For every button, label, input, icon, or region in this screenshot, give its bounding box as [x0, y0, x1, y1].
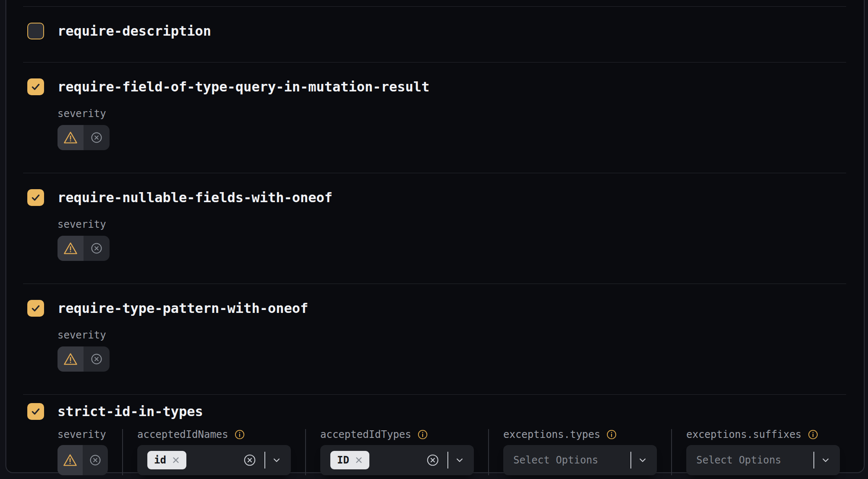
- option-group: acceptedIdTypesID: [305, 429, 488, 475]
- multiselect-input[interactable]: ID: [320, 445, 474, 475]
- clear-button[interactable]: [243, 453, 256, 467]
- rule-options: severity: [58, 108, 846, 150]
- warning-triangle-icon: [63, 130, 78, 145]
- multiselect-input[interactable]: id: [137, 445, 291, 475]
- separator: [447, 452, 448, 469]
- placeholder-text: Select Options: [696, 454, 781, 466]
- option-label-row: exceptions.suffixes: [686, 429, 840, 440]
- option-label-row: exceptions.types: [503, 429, 657, 440]
- rule-item: strict-id-in-typesseverityacceptedIdName…: [23, 394, 846, 479]
- check-icon: [30, 192, 41, 203]
- option-control: Select Options: [686, 445, 840, 475]
- info-button[interactable]: [808, 429, 818, 440]
- severity-toggle: [58, 125, 110, 150]
- selected-tag: ID: [330, 451, 369, 469]
- option-label-row: severity: [58, 219, 832, 230]
- severity-warning-button[interactable]: [58, 236, 84, 261]
- separator: [264, 452, 265, 469]
- info-icon: [606, 429, 617, 440]
- option-label-row: severity: [58, 330, 832, 341]
- x-icon: [354, 456, 363, 465]
- severity-toggle: [58, 445, 108, 475]
- rule-title-row: require-nullable-fields-with-oneof: [27, 189, 846, 206]
- multiselect-input[interactable]: Select Options: [686, 445, 840, 475]
- clear-button[interactable]: [426, 453, 439, 467]
- dropdown-button[interactable]: [821, 455, 831, 465]
- option-label: exceptions.types: [503, 429, 600, 440]
- severity-warning-button[interactable]: [58, 445, 83, 475]
- option-group: severity: [58, 219, 846, 261]
- check-icon: [30, 406, 41, 417]
- option-group: acceptedIdNamesid: [122, 429, 305, 475]
- option-label: severity: [58, 108, 106, 120]
- circle-x-icon: [90, 353, 103, 365]
- x-icon: [171, 456, 180, 465]
- rule-checkbox[interactable]: [27, 403, 44, 420]
- info-icon: [234, 429, 245, 440]
- option-group: exceptions.suffixesSelect Options: [671, 429, 854, 475]
- circle-x-icon: [90, 242, 103, 255]
- rule-title: require-nullable-fields-with-oneof: [58, 190, 332, 206]
- option-group: exceptions.typesSelect Options: [488, 429, 671, 475]
- option-label: exceptions.suffixes: [686, 429, 802, 440]
- tag-remove-button[interactable]: [171, 456, 180, 465]
- option-group: severity: [58, 330, 846, 372]
- severity-warning-button[interactable]: [58, 346, 84, 372]
- dropdown-button[interactable]: [638, 455, 648, 465]
- rule-title-row: require-type-pattern-with-oneof: [27, 300, 846, 317]
- multiselect-input[interactable]: Select Options: [503, 445, 657, 475]
- rule-title: require-description: [58, 23, 211, 39]
- circle-x-icon: [243, 453, 256, 467]
- option-label: acceptedIdTypes: [320, 429, 411, 440]
- option-label-row: acceptedIdTypes: [320, 429, 474, 440]
- severity-off-button[interactable]: [84, 236, 110, 261]
- option-label: acceptedIdNames: [137, 429, 228, 440]
- dropdown-button[interactable]: [455, 455, 465, 465]
- separator: [630, 452, 631, 469]
- rule-title: strict-id-in-types: [58, 404, 203, 419]
- rule-checkbox[interactable]: [27, 189, 44, 206]
- rule-item: require-description: [23, 6, 846, 62]
- option-control: [58, 445, 108, 475]
- rule-item: require-field-of-type-query-in-mutation-…: [23, 62, 846, 173]
- rule-checkbox[interactable]: [27, 23, 44, 39]
- rule-title: require-type-pattern-with-oneof: [58, 300, 308, 316]
- separator: [813, 452, 814, 469]
- rule-options: severity: [58, 219, 846, 261]
- option-label: severity: [58, 329, 106, 341]
- chevron-down-icon: [638, 455, 648, 465]
- chevron-down-icon: [455, 455, 465, 465]
- chevron-down-icon: [272, 455, 282, 465]
- rule-checkbox[interactable]: [27, 300, 44, 317]
- warning-triangle-icon: [63, 241, 78, 255]
- info-button[interactable]: [234, 429, 245, 440]
- rules-panel: require-descriptionrequire-field-of-type…: [5, 0, 865, 473]
- severity-off-button[interactable]: [84, 346, 110, 372]
- warning-triangle-icon: [63, 352, 78, 366]
- severity-toggle: [58, 236, 110, 261]
- info-button[interactable]: [417, 429, 428, 440]
- rule-title-row: strict-id-in-types: [27, 403, 846, 420]
- placeholder-text: Select Options: [513, 454, 598, 466]
- severity-off-button[interactable]: [84, 125, 110, 150]
- selected-tag: id: [147, 451, 186, 469]
- option-label-row: acceptedIdNames: [137, 429, 291, 440]
- tag-label: ID: [337, 454, 349, 466]
- option-group: severity: [58, 429, 122, 475]
- severity-warning-button[interactable]: [58, 125, 84, 150]
- tag-remove-button[interactable]: [354, 456, 363, 465]
- dropdown-button[interactable]: [272, 455, 282, 465]
- rule-checkbox[interactable]: [27, 78, 44, 95]
- rule-title-row: require-description: [27, 23, 846, 39]
- rule-item: require-nullable-fields-with-oneofseveri…: [23, 173, 846, 284]
- option-control: [58, 346, 832, 372]
- option-label: severity: [58, 219, 106, 230]
- severity-off-button[interactable]: [83, 445, 108, 475]
- check-icon: [30, 81, 41, 92]
- info-button[interactable]: [606, 429, 617, 440]
- chevron-down-icon: [821, 455, 831, 465]
- rule-item: require-type-pattern-with-oneofseverity: [23, 284, 846, 394]
- option-label: severity: [58, 429, 106, 440]
- tag-label: id: [154, 454, 166, 466]
- rule-title-row: require-field-of-type-query-in-mutation-…: [27, 78, 846, 95]
